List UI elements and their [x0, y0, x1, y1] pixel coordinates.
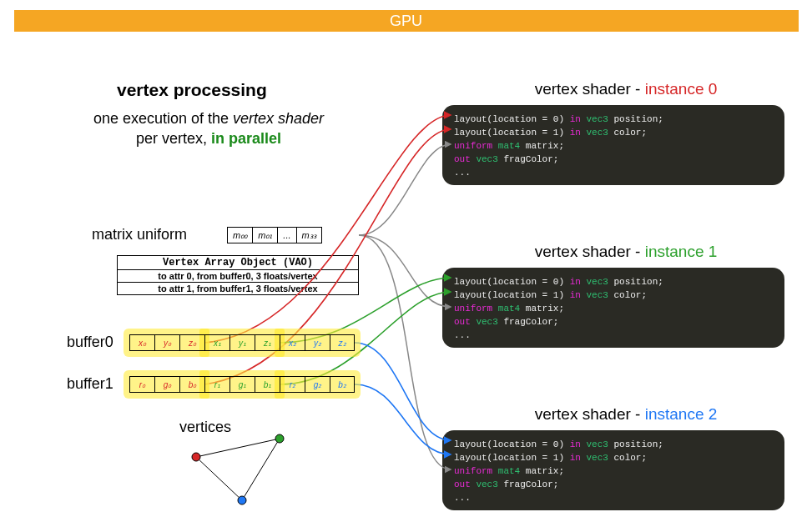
matrix-uniform-cells: m₀₀ m₀₁ ... m₃₃	[227, 227, 322, 243]
buffer1-cell: g₀	[154, 376, 179, 393]
vao-row: to attr 0, from buffer0, 3 floats/vertex	[118, 270, 358, 283]
buffer1-cell: r₀	[129, 376, 154, 393]
svg-point-2	[275, 434, 284, 443]
vao-box: Vertex Array Object (VAO) to attr 0, fro…	[117, 255, 359, 295]
shader-prefix: vertex shader -	[535, 243, 645, 260]
vp-sub-c: per vertex,	[136, 130, 211, 147]
matrix-cell: m₀₁	[253, 228, 278, 243]
vp-sub-d: in parallel	[211, 130, 281, 147]
buffer0-cell: z₀	[179, 334, 204, 351]
matrix-cell: m₀₀	[228, 228, 253, 243]
shader-code-1: layout(location = 0) in vec3 position; l…	[442, 268, 784, 348]
buffer1-cell: b₁	[255, 376, 280, 393]
buffer1-cell: g₂	[305, 376, 330, 393]
buffer1: r₀ g₀ b₀ r₁ g₁ b₁ r₂ g₂ b₂	[129, 376, 355, 393]
diagram-stage: vertex processing one execution of the v…	[0, 32, 812, 532]
buffer1-cell: g₁	[229, 376, 255, 393]
buffer1-cell: r₂	[280, 376, 305, 393]
svg-marker-0	[196, 439, 280, 500]
svg-point-1	[192, 453, 200, 461]
vp-sub-b: vertex shader	[233, 110, 324, 127]
vao-row: to attr 1, from buffer1, 3 floats/vertex	[118, 283, 358, 294]
shader-prefix: vertex shader -	[535, 405, 645, 423]
buffer0-cell: y₁	[229, 334, 255, 351]
buffer0-cell: x₁	[204, 334, 229, 351]
title-text: GPU	[390, 13, 422, 30]
vp-heading: vertex processing	[117, 80, 267, 100]
buffer0: x₀ y₀ z₀ x₁ y₁ z₁ x₂ y₂ z₂	[129, 334, 355, 351]
vp-sub-a: one execution of the	[93, 110, 233, 127]
shader-code-0: layout(location = 0) in vec3 position; l…	[442, 105, 784, 185]
shader-code-2: layout(location = 0) in vec3 position; l…	[442, 430, 784, 510]
buffer1-label: buffer1	[67, 375, 113, 393]
matrix-cell: m₃₃	[297, 228, 321, 243]
matrix-uniform-label: matrix uniform	[92, 226, 187, 243]
shader-prefix: vertex shader -	[535, 80, 645, 98]
shader-title-0: vertex shader - instance 0	[467, 80, 784, 98]
vertices-triangle	[159, 424, 300, 515]
instance-0: instance 0	[645, 80, 718, 98]
svg-point-3	[238, 496, 246, 504]
buffer0-cell: x₀	[129, 334, 154, 351]
buffer1-cell: b₂	[330, 376, 355, 393]
buffer0-cell: x₂	[280, 334, 305, 351]
buffer1-cell: r₁	[204, 376, 229, 393]
matrix-cell: ...	[278, 228, 296, 243]
vp-subtitle: one execution of the vertex shader per v…	[50, 108, 367, 149]
vao-title: Vertex Array Object (VAO)	[118, 256, 358, 270]
title-bar: GPU	[14, 10, 799, 32]
buffer0-cell: y₀	[154, 334, 179, 351]
buffer0-cell: z₂	[330, 334, 355, 351]
buffer0-label: buffer0	[67, 334, 113, 351]
instance-1: instance 1	[645, 243, 718, 260]
shader-title-2: vertex shader - instance 2	[467, 405, 784, 424]
buffer0-cell: y₂	[305, 334, 330, 351]
buffer1-cell: b₀	[179, 376, 204, 393]
buffer0-cell: z₁	[255, 334, 280, 351]
shader-title-1: vertex shader - instance 1	[467, 243, 784, 261]
instance-2: instance 2	[645, 405, 718, 423]
